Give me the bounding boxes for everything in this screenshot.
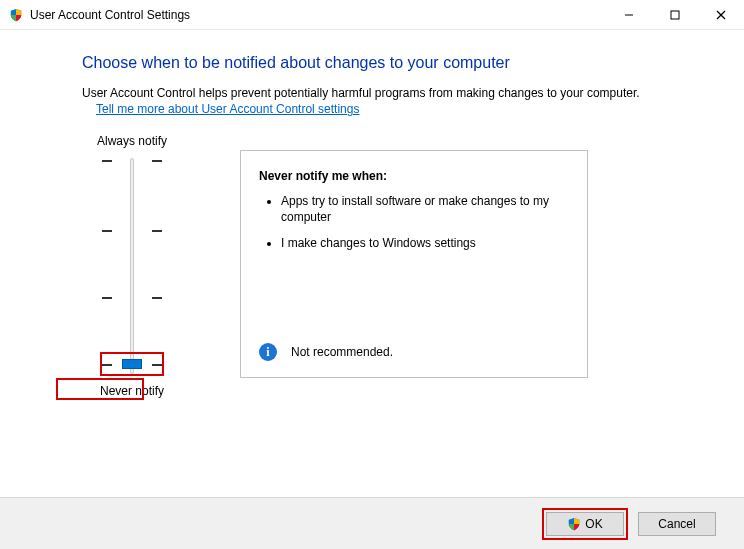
ok-button-label: OK [585,517,602,531]
description-panel: Never notify me when: Apps try to instal… [240,150,588,378]
cancel-button-label: Cancel [658,517,695,531]
button-bar: OK Cancel [0,497,744,549]
uac-shield-icon [567,517,581,531]
content-area: Choose when to be notified about changes… [0,30,744,398]
page-heading: Choose when to be notified about changes… [82,54,696,72]
cancel-button[interactable]: Cancel [638,512,716,536]
panel-title: Never notify me when: [259,169,569,183]
annotation-highlight-ok: OK [542,508,628,540]
slider-top-label: Always notify [97,134,167,148]
notification-slider[interactable]: Always notify Never notify [82,134,182,398]
slider-bottom-label: Never notify [100,384,164,398]
page-description: User Account Control helps prevent poten… [82,86,696,100]
recommendation-row: i Not recommended. [259,343,393,361]
minimize-button[interactable] [606,0,652,29]
ok-button[interactable]: OK [546,512,624,536]
panel-bullet-list: Apps try to install software or make cha… [263,193,569,252]
window-controls [606,0,744,29]
panel-bullet: Apps try to install software or make cha… [281,193,569,225]
panel-bullet: I make changes to Windows settings [281,235,569,251]
uac-shield-icon [8,7,24,23]
slider-track[interactable] [102,156,162,376]
info-icon: i [259,343,277,361]
title-bar: User Account Control Settings [0,0,744,30]
window-title: User Account Control Settings [30,8,190,22]
slider-thumb[interactable] [122,359,142,369]
recommendation-text: Not recommended. [291,345,393,359]
maximize-button[interactable] [652,0,698,29]
svg-rect-1 [671,11,679,19]
learn-more-link[interactable]: Tell me more about User Account Control … [96,102,359,116]
close-button[interactable] [698,0,744,29]
